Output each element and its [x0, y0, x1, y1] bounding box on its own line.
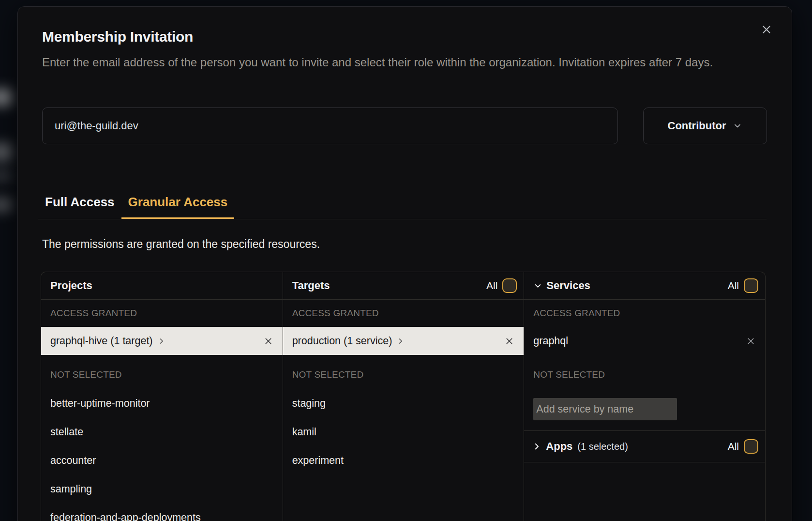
project-item[interactable]: accounter: [41, 446, 283, 475]
apps-section-row[interactable]: Apps (1 selected) All: [524, 430, 765, 462]
membership-invitation-dialog: Membership Invitation Enter the email ad…: [17, 6, 792, 521]
project-item[interactable]: stellate: [41, 418, 283, 446]
apps-all-wrap: All: [728, 439, 758, 454]
page-background: { "dialog": { "title": "Membership Invit…: [0, 0, 812, 521]
tab-granular-access[interactable]: Granular Access: [121, 187, 235, 219]
access-tabs: Full Access Granular Access: [38, 187, 767, 219]
services-column-header[interactable]: Services All: [524, 272, 765, 300]
not-selected-label: NOT SELECTED: [283, 355, 524, 389]
background-artifact: [0, 170, 13, 181]
apps-all-checkbox[interactable]: [744, 439, 758, 454]
granted-project-name: graphql-hive (1 target): [50, 335, 153, 347]
chevron-right-icon: [397, 337, 404, 345]
dialog-title: Membership Invitation: [42, 29, 193, 45]
not-selected-label: NOT SELECTED: [41, 355, 283, 389]
services-column-title: Services: [546, 279, 590, 292]
not-selected-label: NOT SELECTED: [524, 355, 765, 389]
apps-all-label: All: [728, 441, 739, 452]
target-item[interactable]: staging: [283, 389, 524, 418]
permissions-note: The permissions are granted on the speci…: [42, 238, 320, 251]
close-button[interactable]: [759, 22, 774, 37]
chevron-down-icon: [533, 281, 542, 291]
access-granted-label: ACCESS GRANTED: [283, 300, 524, 327]
project-item[interactable]: sampling: [41, 475, 283, 504]
access-granted-label: ACCESS GRANTED: [41, 300, 283, 327]
tab-full-access[interactable]: Full Access: [38, 187, 121, 219]
services-all-label: All: [728, 280, 739, 291]
services-all-wrap: All: [728, 278, 758, 293]
chevron-right-icon: [158, 337, 165, 345]
target-item[interactable]: experiment: [283, 446, 524, 475]
targets-column-header: Targets All: [283, 272, 524, 300]
targets-column-title: Targets: [292, 279, 330, 292]
background-artifact: [0, 143, 13, 161]
granted-target-row[interactable]: production (1 service): [283, 327, 524, 355]
projects-column-title: Projects: [50, 279, 92, 292]
dialog-description: Enter the email address of the person yo…: [42, 53, 762, 71]
close-icon: [746, 336, 756, 346]
remove-service-button[interactable]: [745, 335, 757, 347]
projects-column: Projects ACCESS GRANTED graphql-hive (1 …: [41, 272, 283, 521]
add-service-input[interactable]: [533, 398, 677, 420]
chevron-right-icon: [532, 442, 541, 451]
granted-project-row[interactable]: graphql-hive (1 target): [41, 327, 283, 355]
granted-target-name: production (1 service): [292, 335, 392, 347]
invite-email-input[interactable]: [42, 107, 618, 144]
granted-service-row[interactable]: graphql: [524, 327, 765, 355]
access-granted-label: ACCESS GRANTED: [524, 300, 765, 327]
project-item[interactable]: better-uptime-monitor: [41, 389, 283, 418]
services-all-checkbox[interactable]: [744, 278, 758, 293]
remove-project-button[interactable]: [262, 335, 274, 347]
close-icon: [263, 336, 273, 346]
background-artifact: [0, 89, 13, 106]
chevron-down-icon: [733, 121, 742, 131]
targets-all-checkbox[interactable]: [502, 278, 517, 293]
remove-target-button[interactable]: [503, 335, 515, 347]
apps-selected-count: (1 selected): [577, 441, 628, 452]
targets-column: Targets All ACCESS GRANTED production (1…: [283, 272, 524, 521]
projects-column-header: Projects: [41, 272, 283, 300]
background-artifact: [0, 198, 13, 212]
target-item[interactable]: kamil: [283, 418, 524, 446]
granted-service-name: graphql: [533, 335, 568, 347]
close-icon: [504, 336, 514, 346]
role-select[interactable]: Contributor: [643, 107, 767, 144]
role-select-value: Contributor: [668, 120, 726, 132]
close-icon: [760, 23, 773, 36]
targets-all-label: All: [486, 280, 497, 291]
apps-label: Apps: [546, 440, 572, 453]
services-column: Services All ACCESS GRANTED graphql NOT …: [524, 272, 765, 521]
targets-all-wrap: All: [486, 278, 517, 293]
resources-table: Projects ACCESS GRANTED graphql-hive (1 …: [41, 272, 766, 521]
project-item[interactable]: federation-and-app-deployments: [41, 504, 283, 521]
